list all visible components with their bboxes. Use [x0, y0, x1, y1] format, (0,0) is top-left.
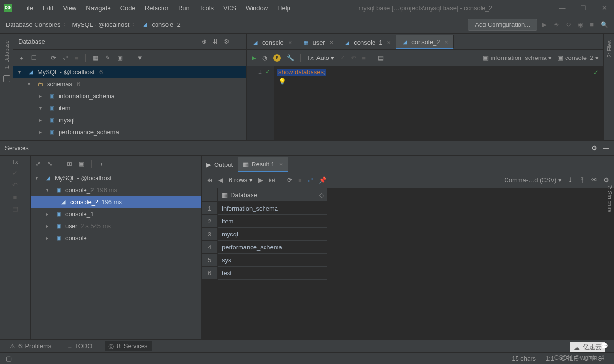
console-selector[interactable]: ▣ console_2 ▾ [557, 54, 599, 61]
coverage-icon[interactable]: ↻ [566, 21, 571, 28]
tab-console-2[interactable]: ◢console_2× [396, 35, 454, 49]
minimize-panel-icon[interactable]: — [603, 144, 609, 152]
todo-tool-button[interactable]: ≡TODO [64, 341, 96, 351]
compare-icon[interactable]: ⇄ [308, 176, 313, 184]
left-tool-database-tab[interactable]: 1: Database [3, 36, 11, 72]
services-tool-button[interactable]: ◎8: Services [105, 341, 151, 351]
close-icon[interactable]: ✕ [599, 4, 610, 12]
result-tab-output[interactable]: ▶Output [202, 157, 238, 172]
layout-icon[interactable]: ▤ [12, 205, 18, 212]
menu-file[interactable]: File [19, 2, 37, 13]
tab-console[interactable]: ◢console× [247, 35, 297, 49]
menu-edit[interactable]: Edit [39, 2, 57, 13]
tree-schema[interactable]: ▸ ▣ performance_schema [13, 126, 246, 138]
history-icon[interactable]: ◔ [262, 54, 267, 61]
pin-icon[interactable]: 📌 [319, 176, 326, 184]
duplicate-icon[interactable]: ❏ [31, 54, 37, 61]
view-icon[interactable]: 👁 [591, 176, 598, 184]
tree-schema[interactable]: ▸ ▣ sys [13, 138, 246, 140]
tab-console-1[interactable]: ◢console_1× [338, 35, 396, 49]
explain-icon[interactable]: ▤ [378, 54, 384, 61]
schema-selector[interactable]: ▣ information_schema ▾ [483, 54, 552, 61]
refresh-icon[interactable]: ⟳ [51, 54, 56, 61]
menu-window[interactable]: Window [242, 2, 272, 13]
rows-count[interactable]: 6 rows ▾ [229, 176, 253, 184]
right-tool-files-tab[interactable]: 2: Files [605, 36, 613, 61]
gear-icon[interactable]: ⚙ [224, 38, 229, 45]
tree-schemas-folder[interactable]: ▾ 🗀 schemas 6 [13, 78, 246, 90]
wrench-icon[interactable]: 🔧 [287, 54, 294, 61]
first-page-icon[interactable]: ⏮ [206, 176, 213, 184]
stop-icon[interactable]: ■ [13, 193, 17, 200]
commit-icon[interactable]: ✓ [340, 54, 345, 61]
result-tab-result1[interactable]: ▦Result 1× [238, 157, 288, 172]
menu-run[interactable]: Run [174, 2, 193, 13]
tree-schema[interactable]: ▾ ▣ item [13, 102, 246, 114]
menu-vcs[interactable]: VCS [219, 2, 240, 13]
add-configuration-button[interactable]: Add Configuration... [468, 19, 537, 31]
close-icon[interactable]: × [330, 39, 334, 46]
breadcrumb-item[interactable]: MySQL - @localhost [72, 21, 129, 28]
menu-help[interactable]: Help [274, 2, 294, 13]
add-icon[interactable]: ＋ [98, 160, 105, 168]
collapse-icon[interactable]: ⇊ [213, 38, 218, 45]
run-icon[interactable]: ▶ [542, 21, 547, 28]
breadcrumb-item[interactable]: console_2 [152, 21, 180, 28]
status-position[interactable]: 1:1 [545, 355, 554, 362]
minimize-icon[interactable]: — [556, 4, 568, 12]
breadcrumb-item[interactable]: Database Consoles [6, 21, 60, 28]
svc-node[interactable]: ▸ ▣ console_1 [31, 208, 201, 220]
profiler-icon[interactable]: ◉ [578, 21, 583, 28]
bulb-icon[interactable]: 💡 [278, 78, 286, 85]
menu-tools[interactable]: Tools [195, 2, 217, 13]
svc-node[interactable]: ▸ ▣ user 2 s 545 ms [31, 220, 201, 232]
svc-node[interactable]: ▾ ▣ console_2 196 ms [31, 184, 201, 196]
tree-schema[interactable]: ▸ ▣ information_schema [13, 90, 246, 102]
group-icon[interactable]: ⊞ [67, 160, 72, 167]
stop-icon[interactable]: ■ [362, 54, 366, 61]
cell[interactable]: test [218, 267, 327, 280]
expand-icon[interactable]: ⤢ [36, 160, 41, 167]
filter-icon[interactable]: ▼ [137, 54, 143, 61]
minimize-panel-icon[interactable]: — [235, 38, 241, 45]
tx-mode-selector[interactable]: Tx: Auto ▾ [306, 54, 334, 61]
close-icon[interactable]: × [279, 161, 283, 168]
menu-refactor[interactable]: Refactor [141, 2, 172, 13]
gear-icon[interactable]: ⚙ [591, 144, 597, 152]
console-icon[interactable]: ▣ [117, 54, 123, 61]
svc-node[interactable]: ▸ ▣ console [31, 232, 201, 244]
commit-icon[interactable]: ✓ [12, 169, 18, 176]
download-icon[interactable]: ⭳ [567, 176, 574, 184]
cell[interactable]: item [218, 215, 327, 228]
rollback-icon[interactable]: ↶ [351, 54, 356, 61]
last-page-icon[interactable]: ⏭ [269, 176, 275, 184]
tab-user[interactable]: ▦user× [297, 35, 338, 49]
column-header[interactable]: ▦Database◇ [218, 188, 327, 202]
edit-icon[interactable]: ✎ [105, 54, 110, 61]
search-icon[interactable]: 🔍 [601, 21, 608, 28]
debug-icon[interactable]: ☀ [554, 21, 559, 28]
event-log-icon[interactable]: 💬 [601, 342, 608, 350]
cell[interactable]: information_schema [218, 202, 327, 215]
close-icon[interactable]: × [289, 39, 292, 46]
cell[interactable]: performance_schema [218, 241, 327, 254]
add-icon[interactable]: ＋ [18, 54, 24, 62]
status-eol[interactable]: CRLF [561, 355, 577, 362]
right-tool-structure-tab[interactable]: 7: Structure [605, 182, 614, 215]
stop-icon[interactable]: ■ [298, 176, 302, 184]
pending-icon[interactable]: P [273, 54, 281, 62]
tx-icon[interactable]: Tx [12, 159, 18, 164]
tree-schema[interactable]: ▸ ▣ mysql [13, 114, 246, 126]
export-format-selector[interactable]: Comma-…d (CSV) ▾ [504, 176, 562, 184]
maximize-icon[interactable]: ☐ [578, 4, 589, 12]
target-icon[interactable]: ⊕ [202, 38, 207, 45]
upload-icon[interactable]: ⭱ [579, 176, 586, 184]
cell[interactable]: mysql [218, 228, 327, 241]
layout-icon[interactable]: ▢ [6, 355, 12, 362]
svc-node-child[interactable]: ◢ console_2 196 ms [31, 196, 201, 208]
next-page-icon[interactable]: ▶ [258, 176, 263, 184]
status-encoding[interactable]: UTF-8 [584, 355, 602, 362]
sql-editor[interactable]: 1✓ show databases; 💡 ✓ [247, 66, 603, 140]
filter-icon[interactable]: ▣ [79, 160, 84, 167]
execute-icon[interactable]: ▶ [252, 54, 256, 61]
